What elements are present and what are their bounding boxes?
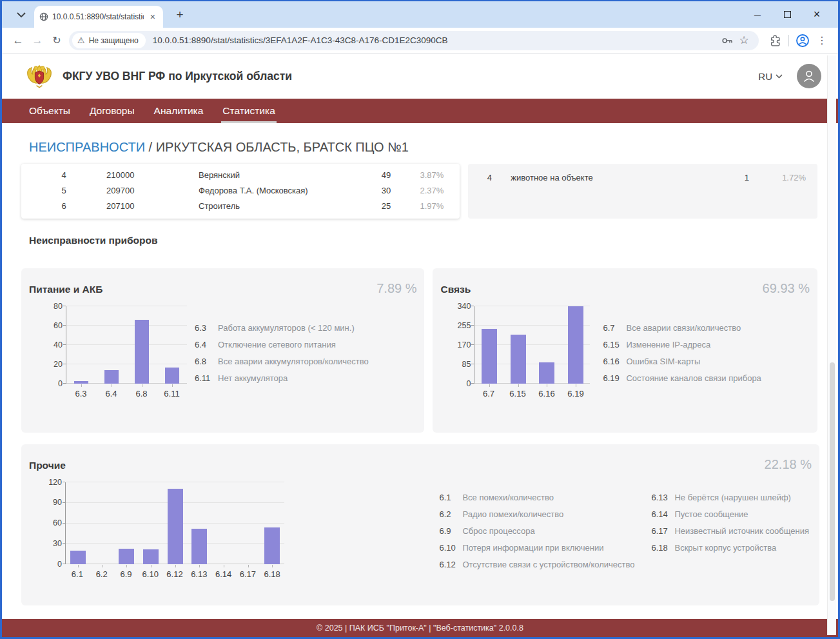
chevron-down-icon [776, 74, 783, 79]
top-table-left: 4 210000 Верянский 49 3.87% 5 209700 Фед… [21, 164, 460, 219]
bar-slot [503, 306, 532, 384]
y-tick-mark [471, 383, 474, 384]
header-right: RU [758, 64, 821, 88]
bar-slot [187, 482, 211, 564]
bar [511, 335, 526, 384]
language-selector[interactable]: RU [758, 71, 783, 82]
plot [65, 482, 284, 564]
table-row: 4 210000 Верянский 49 3.87% [21, 167, 460, 182]
scrollbar-thumb[interactable] [830, 362, 835, 601]
y-tick-mark [63, 502, 65, 503]
profile-avatar-icon[interactable] [793, 31, 812, 50]
bars [66, 482, 284, 564]
bookmark-star-icon[interactable]: ☆ [736, 32, 752, 49]
tab-close-icon[interactable]: × [148, 12, 158, 22]
reload-button[interactable]: ↻ [47, 31, 66, 50]
legend-column: 6.13Не берётся (нарушен шлейф)6.14Пустое… [651, 489, 809, 579]
bar [264, 527, 280, 564]
minimize-button[interactable]: ─ [743, 5, 772, 25]
tab-search-button[interactable] [12, 6, 30, 24]
x-tick-label: 6.9 [114, 569, 139, 579]
y-tick-label: 0 [57, 560, 62, 569]
cell-code: 209700 [106, 186, 199, 195]
extensions-icon[interactable] [765, 31, 785, 50]
security-chip[interactable]: ⚠ Не защищено [72, 33, 146, 48]
x-tick-label: 6.13 [187, 569, 211, 579]
toolbar-separator [788, 35, 789, 46]
bar [104, 370, 119, 384]
chart-percent: 22.18 % [765, 457, 812, 472]
cell-percent: 1.72% [749, 173, 806, 182]
y-tick-label: 90 [53, 499, 62, 507]
password-key-icon[interactable] [719, 32, 736, 49]
nav-item-analytics[interactable]: Аналитика [154, 99, 204, 123]
nav-item-objects[interactable]: Объекты [29, 99, 70, 123]
legend-item-label: Ошибка SIM-карты [626, 357, 700, 366]
chart-panel-other: Прочие 22.18 % 0306090120 6.16.26.96.106… [21, 444, 819, 605]
panel-header: Питание и АКБ 7.89 % [29, 268, 416, 296]
page-scrollbar[interactable] [827, 55, 836, 635]
browser-menu-icon[interactable]: ⋮ [812, 31, 832, 50]
chart-panel-power: Питание и АКБ 7.89 % 020406080 6.36.46.8… [21, 268, 424, 433]
bar-slot [139, 482, 163, 564]
url-bar[interactable]: ⚠ Не защищено 10.0.0.51:8890/stat/statis… [69, 31, 759, 50]
close-button[interactable]: × [802, 5, 832, 25]
y-tick-label: 60 [53, 519, 62, 527]
bar-slot [90, 482, 115, 564]
nav-item-statistics[interactable]: Статистика [222, 99, 275, 123]
legend-item-label: Неизвестный источник сообщения [674, 526, 809, 536]
breadcrumb-section[interactable]: НЕИСПРАВНОСТИ [29, 140, 145, 154]
legend-item-label: Не берётся (нарушен шлейф) [674, 493, 790, 502]
legend-item-label: Отсутствие связи с устройством/количеств… [462, 560, 634, 569]
bar [119, 549, 134, 564]
legend-item: 6.15Изменение IP-адреса [603, 336, 761, 353]
x-tick-label: 6.1 [65, 569, 90, 579]
x-axis: 6.36.46.86.11 [66, 389, 187, 398]
legend-item: 6.13Не берётся (нарушен шлейф) [651, 489, 809, 506]
legend-item-code: 6.16 [603, 357, 626, 366]
new-tab-button[interactable]: + [171, 6, 189, 24]
y-tick-label: 170 [458, 341, 471, 349]
x-tick-label: 6.8 [126, 389, 157, 398]
maximize-button[interactable] [772, 5, 802, 25]
bar-chart: 0306090120 6.16.26.96.106.126.136.146.17… [39, 482, 284, 579]
bar-slot [532, 306, 562, 384]
chart-title: Связь [440, 284, 471, 295]
legend-item: 6.1Все помехи/количество [439, 489, 634, 506]
legend-item: 6.17Неизвестный источник сообщения [651, 522, 809, 539]
cell-percent: 2.37% [391, 186, 444, 195]
y-axis: 085170255340 [445, 306, 471, 384]
back-button[interactable]: ← [8, 31, 28, 50]
legend-item-label: Состояние каналов связи прибора [626, 373, 761, 383]
legend-item: 6.14Пустое сообщение [651, 506, 809, 522]
chart-percent: 7.89 % [376, 281, 416, 296]
legend-item-code: 6.15 [603, 340, 626, 349]
site-footer: © 2025 | ПАК ИСБ "Приток-А" | "Веб-стати… [2, 619, 838, 637]
legend-item: 6.16Ошибка SIM-карты [603, 353, 761, 369]
bar [74, 381, 88, 384]
cell-name: Федорова Т.А. (Московская) [199, 186, 352, 195]
bar [165, 368, 179, 384]
bar-slot [474, 306, 503, 384]
y-tick-mark [471, 344, 474, 345]
legend-item-code: 6.11 [195, 373, 218, 383]
browser-tab[interactable]: 10.0.0.51:8890/stat/statistics/3E × [34, 6, 163, 28]
breadcrumb-location: ИРКУТСКАЯ ОБЛАСТЬ, БРАТСК ПЦО №1 [156, 140, 409, 154]
site-nav: Объекты Договоры Аналитика Статистика [2, 99, 838, 123]
nav-item-contracts[interactable]: Договоры [90, 99, 135, 123]
legend-column: 6.7Все аварии связи/количество6.15Измене… [603, 319, 761, 398]
security-chip-label: Не защищено [89, 36, 139, 45]
window-controls: ─ × [743, 5, 832, 25]
legend-item-label: Нет аккумулятора [218, 373, 288, 383]
page-title: НЕИСПРАВНОСТИ / ИРКУТСКАЯ ОБЛАСТЬ, БРАТС… [29, 137, 817, 157]
y-tick-mark [63, 564, 65, 564]
top-tables-row: 4 210000 Верянский 49 3.87% 5 209700 Фед… [21, 164, 817, 219]
user-avatar[interactable] [797, 64, 821, 88]
forward-button[interactable]: → [28, 31, 47, 50]
legend-item: 6.4Отключение сетевого питания [195, 336, 369, 353]
chart-percent: 69.93 % [763, 281, 810, 296]
legend: 6.1Все помехи/количество6.2Радио помехи/… [439, 482, 809, 579]
section-title: Неисправности приборов [29, 235, 817, 246]
legend-item-code: 6.4 [195, 340, 218, 349]
y-tick-label: 120 [48, 478, 62, 487]
